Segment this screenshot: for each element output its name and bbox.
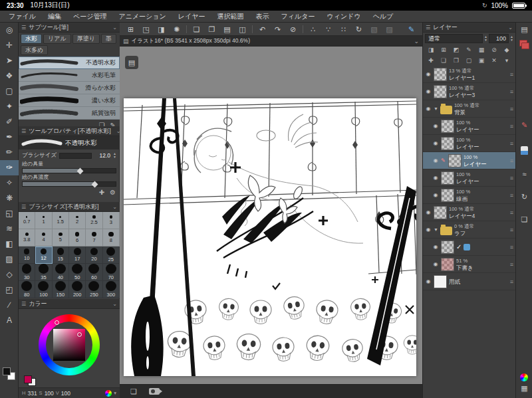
brush-size-cell[interactable]: 40: [53, 264, 69, 281]
brush-size-cell[interactable]: 8: [103, 229, 120, 247]
visibility-eye-icon[interactable]: ◉: [432, 157, 439, 163]
layer-folder-row[interactable]: ◉ ▼ 0 % 通常ラフ ≡: [423, 221, 515, 239]
panel-collapse-icon[interactable]: ⌄: [508, 25, 513, 31]
draft-icon[interactable]: ⊘: [488, 45, 500, 54]
layer-row[interactable]: ◉ 100 %レイヤー ≡: [423, 135, 515, 152]
snap-3-icon[interactable]: ∷: [336, 24, 351, 35]
export-icon[interactable]: ◳: [138, 24, 154, 35]
auto-select-tool-icon[interactable]: ✦: [0, 99, 19, 114]
layer-thumbnail[interactable]: [441, 189, 454, 202]
brush-size-cell[interactable]: 80: [19, 281, 35, 298]
blend-mode-select[interactable]: 通常: [425, 34, 483, 43]
foreground-background-swatch[interactable]: [3, 367, 16, 381]
visibility-eye-icon[interactable]: ◉: [432, 261, 439, 267]
subtool-item[interactable]: 水彩毛筆: [19, 69, 120, 82]
merge-icon[interactable]: ▢: [463, 56, 475, 65]
subtool-tab-atsunuri[interactable]: 厚塗り: [72, 34, 100, 44]
visibility-eye-icon[interactable]: ◉: [425, 106, 432, 112]
panel-menu-icon[interactable]: ☰: [426, 25, 430, 31]
page-icon[interactable]: ❏: [516, 215, 532, 224]
brush-size-cell[interactable]: 1.5: [53, 212, 69, 229]
brush-size-stepper[interactable]: ▲▼: [113, 152, 116, 159]
layer-thumbnail[interactable]: [441, 258, 454, 271]
brush-size-cell[interactable]: 6: [69, 229, 86, 247]
brush-size-cell-selected[interactable]: 12: [35, 247, 52, 264]
brush-size-cell[interactable]: 50: [69, 264, 86, 281]
brush-size-cell[interactable]: 25: [103, 247, 120, 264]
reference-icon[interactable]: ▦: [475, 45, 487, 54]
panel-menu-icon[interactable]: ☰: [21, 128, 26, 134]
menu-edit[interactable]: 編集: [42, 11, 67, 23]
brush-size-cell[interactable]: 7: [86, 229, 102, 247]
panel-collapse-icon[interactable]: ⌄: [112, 204, 117, 210]
blend-tool-icon[interactable]: ≋: [0, 221, 19, 237]
frame-tool-icon[interactable]: ◰: [0, 282, 19, 298]
paper-thumbnail[interactable]: [434, 275, 447, 288]
transfer-icon[interactable]: ▣: [475, 56, 487, 65]
workspace-grid-icon[interactable]: ⊞: [123, 24, 138, 35]
camera-timelapse-icon[interactable]: [149, 388, 160, 395]
subtool-item[interactable]: 滑らか水彩: [19, 82, 120, 94]
layer-thumbnail[interactable]: [441, 171, 454, 185]
brush-size-cell[interactable]: 300: [103, 281, 120, 298]
decoration-tool-icon[interactable]: ❋: [0, 191, 19, 206]
hue-marker[interactable]: [55, 320, 59, 325]
brush-size-slider[interactable]: [59, 153, 92, 159]
new-page-icon[interactable]: ❏: [189, 24, 204, 35]
check-icon[interactable]: ✓: [456, 243, 462, 250]
selection-tool-icon[interactable]: ▢: [0, 84, 19, 99]
layer-row[interactable]: ◉ 100 %レイヤー ≡: [423, 118, 515, 135]
workspace-icon[interactable]: ▤: [516, 25, 532, 34]
brush-size-cell[interactable]: 100: [35, 281, 52, 298]
subtool-tab-sumi[interactable]: 墨: [101, 34, 116, 44]
brush-size-cell[interactable]: 3.8: [19, 229, 35, 247]
layer-row[interactable]: ◉ ✓ ≡: [423, 239, 515, 256]
menu-selection[interactable]: 選択範囲: [211, 11, 250, 23]
layer-thumbnail[interactable]: [434, 206, 447, 219]
ink-bottle-icon[interactable]: [521, 146, 528, 155]
brush-size-cell[interactable]: 5: [53, 229, 69, 247]
layer-row[interactable]: ◉ 100 % 通常レイヤー3 ≡: [423, 83, 515, 100]
duplicate-page-icon[interactable]: ❐: [204, 24, 219, 35]
layer-thumbnail[interactable]: [441, 241, 454, 254]
pen-icon[interactable]: ✎: [516, 121, 532, 130]
material-cards-icon[interactable]: [519, 40, 529, 49]
add-property-icon[interactable]: ✚: [99, 189, 104, 196]
rotate-icon[interactable]: ↻: [351, 24, 366, 35]
visibility-eye-icon[interactable]: ◉: [425, 88, 432, 94]
menu-window[interactable]: ウィンドウ: [321, 11, 366, 23]
pen-tool-icon[interactable]: ✒: [0, 130, 19, 145]
saturation-value-square[interactable]: [53, 329, 85, 361]
brush-size-cell[interactable]: 3: [103, 212, 120, 229]
layer-move-tool-icon[interactable]: ❖: [0, 68, 19, 84]
subtool-tab-suisai[interactable]: 水彩: [21, 34, 42, 44]
paint-amount-slider[interactable]: [22, 168, 116, 173]
delete-layer-icon[interactable]: ✕: [488, 56, 500, 65]
tab-overflow-icon[interactable]: ⌄: [414, 38, 419, 45]
visibility-eye-icon[interactable]: ◉: [432, 123, 439, 129]
color-wheel-mode-icon[interactable]: [105, 390, 112, 397]
page-manager-icon[interactable]: ❏: [130, 387, 137, 396]
page-list-icon[interactable]: ▤: [219, 24, 235, 35]
subtool-item[interactable]: 紙質強弱: [19, 107, 120, 120]
mask-icon[interactable]: ◨: [425, 45, 437, 54]
blend-mode-stepper[interactable]: ▲▼: [484, 35, 487, 42]
visibility-eye-icon[interactable]: ◉: [432, 140, 439, 146]
layer-row[interactable]: ◉ 100 %線画 ≡: [423, 187, 515, 204]
subtool-item[interactable]: 不透明水彩: [19, 56, 120, 69]
visibility-eye-icon[interactable]: ◉: [425, 71, 432, 77]
layer-thumbnail[interactable]: [441, 137, 454, 150]
menu-layer[interactable]: レイヤー: [172, 11, 211, 23]
gradient-tool-icon[interactable]: ▨: [0, 252, 19, 267]
layer-thumbnail[interactable]: [441, 120, 454, 133]
canvas-tab-title[interactable]: イラスト16* (B5 3541 x 2508px 350dpi 40.6%): [132, 37, 250, 45]
paper-layer-row[interactable]: ◉ 用紙 ≡: [423, 273, 515, 290]
layer-color-badge[interactable]: [464, 244, 470, 250]
figure-tool-icon[interactable]: ◇: [0, 267, 19, 282]
layer-row[interactable]: ◉ 100 % 通常レイヤー4 ≡: [423, 204, 515, 221]
layer-thumbnail[interactable]: [434, 68, 447, 81]
foreground-color-swatch[interactable]: [24, 375, 32, 383]
visibility-eye-icon[interactable]: ◉: [425, 227, 432, 233]
new-folder-icon[interactable]: ❏: [438, 56, 450, 65]
panel-icon[interactable]: ◫: [235, 24, 250, 35]
